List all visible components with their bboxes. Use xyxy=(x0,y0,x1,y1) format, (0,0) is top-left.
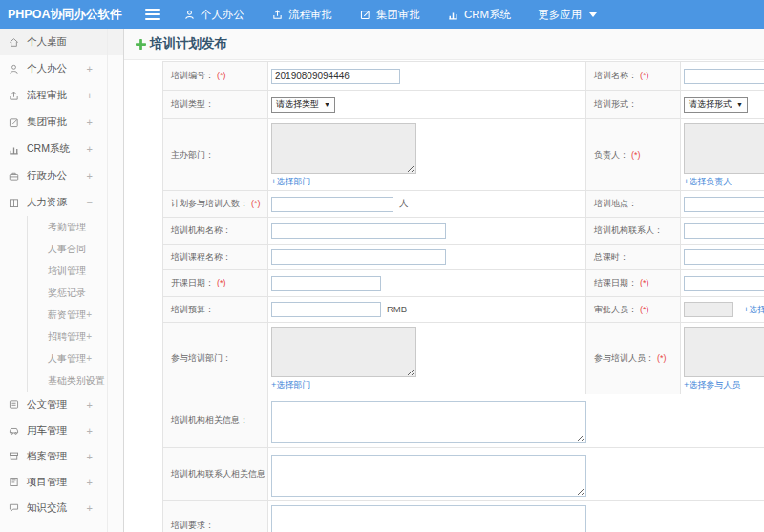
sidebar-item-personal-desktop[interactable]: 个人桌面 xyxy=(0,29,123,55)
archive-icon xyxy=(8,450,20,462)
main-content: 培训计划发布 培训编号：(*) 培训名称：(*) 培训类型： 请选择类型 ▼ 培… xyxy=(124,29,764,532)
field-label: 培训机构相关信息： xyxy=(171,415,248,425)
sidebar-subitem-base-category[interactable]: 基础类别设置 + xyxy=(28,370,123,392)
leader-textarea[interactable] xyxy=(684,123,764,174)
required-mark: (*) xyxy=(217,278,226,287)
form-row: 参与培训部门： +选择部门 参与培训人员：(*) +选择参与人员 xyxy=(163,323,764,394)
sidebar-item-admin-office[interactable]: 行政办公 + xyxy=(0,162,123,189)
requirements-textarea[interactable] xyxy=(271,505,586,532)
topmenu-label: 个人办公 xyxy=(201,8,244,22)
sidebar-subitem-rewards[interactable]: 奖惩记录 xyxy=(28,282,123,304)
org-info-textarea[interactable] xyxy=(271,401,586,443)
select-value: 请选择类型 xyxy=(276,98,319,111)
sidebar-item-archives[interactable]: 档案管理 + xyxy=(0,443,123,469)
expand-icon[interactable]: + xyxy=(86,331,92,342)
briefcase-icon xyxy=(8,170,20,182)
car-icon xyxy=(8,424,20,436)
form-row: 开课日期：(*) 结课日期：(*) xyxy=(163,270,764,297)
sidebar-subitem-training[interactable]: 培训管理 xyxy=(28,260,123,282)
expand-icon[interactable]: + xyxy=(87,477,93,488)
plan-count-input[interactable] xyxy=(271,197,393,212)
sidebar-item-workflow-approval[interactable]: 流程审批 + xyxy=(0,82,123,109)
sidebar-item-label: CRM系统 xyxy=(27,142,70,156)
select-dept-link[interactable]: +选择部门 xyxy=(271,176,310,188)
edit-icon xyxy=(8,117,20,129)
document-icon xyxy=(8,398,20,411)
topmenu-label: 流程审批 xyxy=(288,8,332,22)
org-name-input[interactable] xyxy=(271,223,446,239)
field-label: 培训课程名称： xyxy=(171,252,231,262)
sidebar-subitem-label: 考勤管理 xyxy=(48,221,86,234)
host-dept-textarea[interactable] xyxy=(271,123,416,174)
expand-icon[interactable]: + xyxy=(87,451,93,462)
sidebar-subitem-salary[interactable]: 薪资管理 + xyxy=(28,304,123,326)
required-mark: (*) xyxy=(640,305,649,314)
collapse-icon[interactable]: − xyxy=(87,197,93,208)
expand-icon[interactable]: + xyxy=(87,143,93,155)
field-label: 培训类型： xyxy=(171,99,214,109)
training-type-select[interactable]: 请选择类型 ▼ xyxy=(271,97,335,113)
sidebar-item-projects[interactable]: 项目管理 + xyxy=(0,469,123,495)
location-input[interactable] xyxy=(684,197,764,212)
expand-icon[interactable]: + xyxy=(87,90,93,101)
approver-input[interactable] xyxy=(684,302,733,317)
expand-icon[interactable]: + xyxy=(87,399,93,411)
total-hours-input[interactable] xyxy=(684,249,764,265)
expand-icon[interactable]: + xyxy=(87,502,93,514)
sidebar-subitem-hr-contract[interactable]: 人事合同 xyxy=(28,238,123,260)
sidebar-item-label: 知识交流 xyxy=(27,501,67,515)
org-contact-info-textarea[interactable] xyxy=(271,455,586,497)
topmenu-workflow-approval[interactable]: 流程审批 xyxy=(258,0,346,29)
expand-icon[interactable]: + xyxy=(86,375,92,386)
field-label: 开课日期： xyxy=(171,278,214,287)
sidebar-item-human-resources[interactable]: 人力资源 − xyxy=(0,189,123,216)
sidebar-subitem-label: 培训管理 xyxy=(48,265,86,278)
join-dept-textarea[interactable] xyxy=(271,327,416,377)
training-name-input[interactable] xyxy=(684,69,764,84)
form-row: 培训类型： 请选择类型 ▼ 培训形式： 请选择形式 ▼ xyxy=(163,91,764,119)
expand-icon[interactable]: + xyxy=(87,425,93,436)
field-label: 培训机构联系人相关信息： xyxy=(171,469,268,479)
expand-icon[interactable]: + xyxy=(86,309,92,320)
unit-label: 人 xyxy=(399,198,409,208)
select-leader-link[interactable]: +选择负责人 xyxy=(684,176,732,188)
start-date-input[interactable] xyxy=(271,276,381,291)
sidebar-item-vehicle[interactable]: 用车管理 + xyxy=(0,417,123,443)
topmenu-group-approval[interactable]: 集团审批 xyxy=(346,0,434,29)
expand-icon[interactable]: + xyxy=(87,63,93,74)
sidebar-item-official-docs[interactable]: 公文管理 + xyxy=(0,392,123,417)
expand-icon[interactable]: + xyxy=(86,353,92,364)
expand-icon[interactable]: + xyxy=(87,170,93,181)
expand-icon[interactable]: + xyxy=(87,117,93,128)
select-join-dept-link[interactable]: +选择部门 xyxy=(271,379,310,392)
required-mark: (*) xyxy=(217,71,226,80)
sidebar-subitem-attendance[interactable]: 考勤管理 xyxy=(28,216,123,238)
end-date-input[interactable] xyxy=(684,276,764,291)
sidebar-item-knowledge[interactable]: 知识交流 + xyxy=(0,495,123,521)
sidebar-item-crm-system[interactable]: CRM系统 + xyxy=(0,136,123,162)
training-no-input[interactable] xyxy=(271,69,400,84)
hamburger-icon[interactable] xyxy=(145,6,160,23)
topmenu-crm-system[interactable]: CRM系统 xyxy=(434,0,524,29)
budget-input[interactable] xyxy=(271,302,381,317)
select-join-people-link[interactable]: +选择参与人员 xyxy=(684,379,740,392)
sidebar-subitem-personnel[interactable]: 人事管理 + xyxy=(28,348,123,370)
topmenu-more-apps[interactable]: 更多应用 xyxy=(524,0,610,29)
book-icon xyxy=(8,197,20,209)
topmenu-personal-office[interactable]: 个人办公 xyxy=(170,0,258,29)
caret-down-icon xyxy=(589,12,597,17)
select-approver-link[interactable]: +选择审批人员 xyxy=(744,305,764,314)
sidebar-subitem-recruitment[interactable]: 招聘管理 + xyxy=(28,326,123,348)
chart-icon xyxy=(447,9,459,21)
sidebar-item-group-approval[interactable]: 集团审批 + xyxy=(0,109,123,136)
topbar: PHPOA协同办公软件 个人办公 流程审批 集团审批 CRM系统 xyxy=(0,0,764,29)
topmenu-label: CRM系统 xyxy=(464,8,511,22)
sidebar-item-personal-office[interactable]: 个人办公 + xyxy=(0,55,123,82)
sidebar-subitem-label: 人事合同 xyxy=(48,243,86,256)
org-contact-input[interactable] xyxy=(684,223,764,239)
workflow-icon xyxy=(8,90,20,102)
join-people-textarea[interactable] xyxy=(684,327,764,377)
form-row: 培训编号：(*) 培训名称：(*) xyxy=(163,62,764,91)
course-name-input[interactable] xyxy=(271,249,446,265)
training-form-select[interactable]: 请选择形式 ▼ xyxy=(684,97,748,113)
